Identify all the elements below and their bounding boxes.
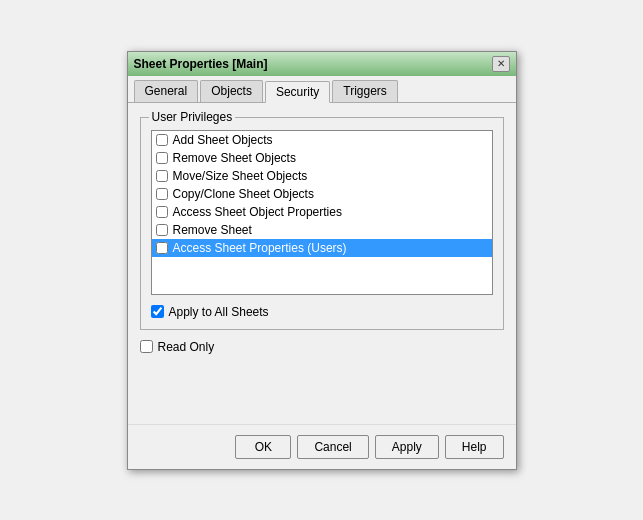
privilege-item-move-size[interactable]: Move/Size Sheet Objects	[152, 167, 492, 185]
privilege-list[interactable]: Add Sheet Objects Remove Sheet Objects M…	[151, 130, 493, 295]
privilege-item-access-sheet-props-users[interactable]: Access Sheet Properties (Users)	[152, 239, 492, 257]
window-title: Sheet Properties [Main]	[134, 57, 268, 71]
main-window: Sheet Properties [Main] ✕ General Object…	[127, 51, 517, 470]
privilege-item-copy-clone[interactable]: Copy/Clone Sheet Objects	[152, 185, 492, 203]
group-label: User Privileges	[149, 110, 236, 124]
label-access-object-props: Access Sheet Object Properties	[173, 205, 342, 219]
tab-bar: General Objects Security Triggers	[128, 76, 516, 103]
title-bar: Sheet Properties [Main] ✕	[128, 52, 516, 76]
privilege-item-remove-sheet[interactable]: Remove Sheet	[152, 221, 492, 239]
cancel-button[interactable]: Cancel	[297, 435, 368, 459]
label-access-sheet-props-users: Access Sheet Properties (Users)	[173, 241, 347, 255]
checkbox-access-object-props[interactable]	[156, 206, 168, 218]
apply-button[interactable]: Apply	[375, 435, 439, 459]
label-remove-sheet-objects: Remove Sheet Objects	[173, 151, 296, 165]
tab-security[interactable]: Security	[265, 81, 330, 103]
checkbox-remove-sheet-objects[interactable]	[156, 152, 168, 164]
tab-general[interactable]: General	[134, 80, 199, 102]
checkbox-remove-sheet[interactable]	[156, 224, 168, 236]
label-remove-sheet: Remove Sheet	[173, 223, 252, 237]
help-button[interactable]: Help	[445, 435, 504, 459]
privilege-item-access-object-props[interactable]: Access Sheet Object Properties	[152, 203, 492, 221]
close-button[interactable]: ✕	[492, 56, 510, 72]
read-only-checkbox[interactable]	[140, 340, 153, 353]
label-copy-clone: Copy/Clone Sheet Objects	[173, 187, 314, 201]
label-add-sheet-objects: Add Sheet Objects	[173, 133, 273, 147]
ok-button[interactable]: OK	[235, 435, 291, 459]
checkbox-move-size[interactable]	[156, 170, 168, 182]
apply-to-all-sheets-checkbox[interactable]	[151, 305, 164, 318]
content-area: User Privileges Add Sheet Objects Remove…	[128, 103, 516, 364]
tab-objects[interactable]: Objects	[200, 80, 263, 102]
tab-triggers[interactable]: Triggers	[332, 80, 398, 102]
checkbox-copy-clone[interactable]	[156, 188, 168, 200]
checkbox-access-sheet-props-users[interactable]	[156, 242, 168, 254]
read-only-row: Read Only	[140, 340, 504, 354]
read-only-label: Read Only	[158, 340, 215, 354]
apply-to-all-sheets-row: Apply to All Sheets	[151, 305, 493, 319]
apply-to-all-sheets-label: Apply to All Sheets	[169, 305, 269, 319]
privilege-item-remove-sheet-objects[interactable]: Remove Sheet Objects	[152, 149, 492, 167]
button-bar: OK Cancel Apply Help	[128, 424, 516, 469]
privilege-item-add-sheet-objects[interactable]: Add Sheet Objects	[152, 131, 492, 149]
checkbox-add-sheet-objects[interactable]	[156, 134, 168, 146]
label-move-size: Move/Size Sheet Objects	[173, 169, 308, 183]
user-privileges-group: User Privileges Add Sheet Objects Remove…	[140, 117, 504, 330]
